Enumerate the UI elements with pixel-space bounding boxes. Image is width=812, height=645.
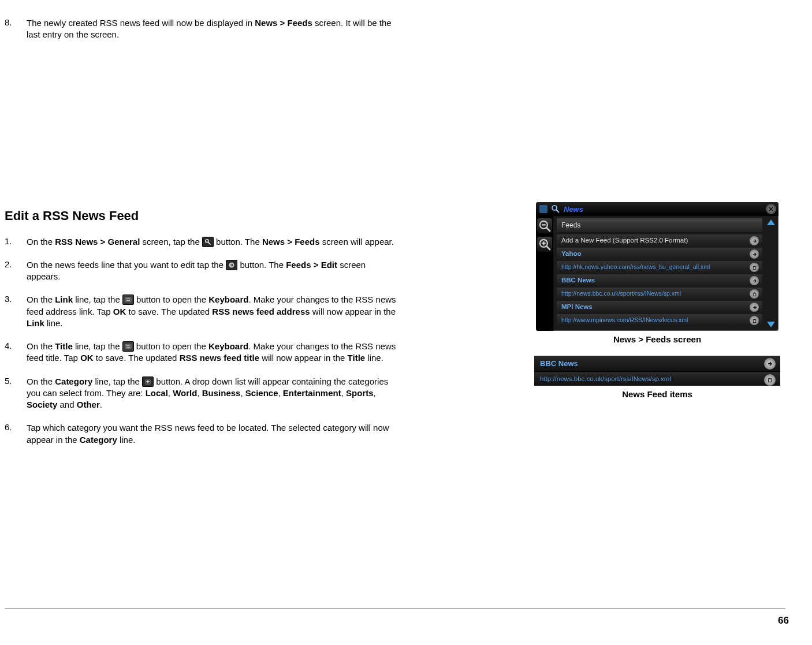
- trash-icon: [764, 374, 776, 386]
- svg-rect-12: [126, 345, 126, 346]
- step-text: ,: [240, 388, 245, 398]
- left-column: 8. The newly created RSS news feed will …: [5, 17, 409, 457]
- svg-rect-11: [125, 344, 131, 349]
- svg-rect-16: [126, 347, 130, 348]
- step-bold: Entertainment: [283, 388, 341, 398]
- svg-rect-15: [129, 345, 129, 346]
- step-bold: Title: [348, 353, 366, 363]
- step-2: 2.On the news feeds line that you want t…: [5, 259, 397, 283]
- step-text: On the: [27, 294, 55, 304]
- step-bold: Sports: [346, 388, 374, 398]
- step-8-body: The newly created RSS news feed will now…: [27, 17, 397, 41]
- step-text: screen will appear.: [320, 237, 394, 247]
- step-8-bold: News > Feeds: [255, 18, 312, 28]
- step-bold: Keyboard: [208, 294, 248, 304]
- step-3: 3.On the Link line, tap the button to op…: [5, 294, 397, 329]
- step-text: will now appear in the: [310, 307, 396, 316]
- step-number: 3.: [5, 294, 27, 329]
- step-text: On the: [27, 341, 55, 351]
- step-bold: Science: [245, 388, 278, 398]
- step-bold: OK: [80, 353, 94, 363]
- svg-rect-5: [125, 298, 132, 303]
- feed-rows: Yahoohttp://hk.news.yahoo.com/rss/news_b…: [557, 248, 762, 326]
- step-body: On the RSS News > General screen, tap th…: [27, 236, 397, 248]
- step-8-number: 8.: [5, 17, 27, 41]
- search-icon: [551, 204, 560, 214]
- screenshot-titlebar: News: [536, 202, 779, 216]
- feed-name-row: BBC News: [557, 274, 762, 286]
- feed-name-row: MPI News: [557, 301, 762, 312]
- svg-rect-7: [127, 299, 128, 299]
- feed-url-row: http://hk.news.yahoo.com/rss/news_bu_gen…: [557, 261, 762, 273]
- step-bold: RSS news feed title: [180, 353, 259, 363]
- right-column: News Feeds Add a: [530, 17, 784, 457]
- feed-name: MPI News: [561, 303, 593, 310]
- trash-icon: [750, 316, 759, 325]
- step-bold: World: [173, 388, 197, 398]
- arrow-right-icon: [750, 249, 759, 259]
- section-heading: Edit a RSS News Feed: [5, 208, 397, 223]
- svg-rect-34: [753, 293, 756, 296]
- app-icon: [539, 205, 547, 213]
- step-body: On the Link line, tap the button to open…: [27, 294, 397, 329]
- step-text: On the news feeds line that you want to …: [27, 260, 226, 270]
- step-text: line.: [365, 353, 383, 363]
- svg-rect-8: [128, 299, 129, 299]
- step-text: and: [57, 400, 76, 409]
- plus-icon: [142, 376, 154, 387]
- add-feed-row: Add a New Feed (Support RSS2.0 Format): [557, 234, 762, 246]
- page-content: 8. The newly created RSS news feed will …: [0, 17, 812, 457]
- step-number: 6.: [5, 422, 27, 446]
- step-bold: Category: [80, 435, 117, 445]
- step-text: button to open the: [134, 341, 208, 351]
- zoom-out-icon: [537, 218, 552, 233]
- step-bold: Business: [202, 388, 241, 398]
- step-bold: Link: [27, 318, 44, 328]
- arrow-right-icon: [750, 303, 759, 312]
- step-number: 5.: [5, 376, 27, 411]
- screenshot-body: Feeds Add a New Feed (Support RSS2.0 For…: [536, 216, 779, 331]
- step-bold: News > Feeds: [262, 237, 320, 247]
- step-text: ,: [374, 388, 376, 398]
- step-text: button. The: [237, 260, 286, 270]
- news-feeds-screenshot: News Feeds Add a: [536, 202, 779, 331]
- svg-line-21: [556, 210, 559, 212]
- step-text: line, tap the: [73, 294, 122, 304]
- arrow-right-icon: [750, 276, 759, 285]
- step-body: Tap which category you want the RSS news…: [27, 422, 397, 446]
- step-text: line.: [117, 435, 136, 445]
- step-bold: RSS news feed address: [212, 307, 310, 316]
- feeds-header: Feeds: [557, 218, 762, 232]
- step-text: On the: [27, 376, 55, 386]
- arrow-right-icon: [764, 358, 776, 370]
- step-8: 8. The newly created RSS news feed will …: [5, 17, 397, 41]
- step-bold: Feeds > Edit: [286, 260, 337, 270]
- svg-rect-37: [753, 319, 756, 322]
- feed-url-row: http://news.bbc.co.uk/sport/rss/INews/sp…: [557, 288, 762, 299]
- step-text: ,: [341, 388, 346, 398]
- mini-feed-name-row: BBC News: [534, 356, 780, 371]
- step-text: button to open the: [134, 294, 208, 304]
- steps-list: 1.On the RSS News > General screen, tap …: [5, 236, 397, 446]
- step-number: 2.: [5, 259, 27, 283]
- keyboard-icon: [122, 341, 134, 352]
- step-8-text-a: The newly created RSS news feed will now…: [27, 18, 255, 28]
- svg-line-25: [546, 228, 550, 232]
- page-number: 66: [778, 615, 789, 627]
- step-text: ,: [168, 388, 173, 398]
- scroll-up-icon: [767, 219, 775, 225]
- step-bold: Local: [146, 388, 168, 398]
- close-icon: [766, 204, 776, 214]
- screenshot-sidebar: [536, 216, 553, 331]
- step-text: will now appear in the: [259, 353, 348, 363]
- scroll-down-icon: [767, 322, 775, 327]
- step-text: ,: [197, 388, 202, 398]
- step-bold: Title: [55, 341, 73, 351]
- step-text: to save. The updated: [126, 307, 212, 316]
- step-bold: OK: [113, 307, 126, 316]
- step-body: On the Title line, tap the button to ope…: [27, 341, 397, 364]
- step-text: line, tap the: [92, 376, 142, 386]
- feed-url: http://hk.news.yahoo.com/rss/news_bu_gen…: [561, 263, 710, 270]
- caption-1: News > Feeds screen: [530, 334, 784, 344]
- screenshot-main: Feeds Add a New Feed (Support RSS2.0 For…: [553, 216, 779, 331]
